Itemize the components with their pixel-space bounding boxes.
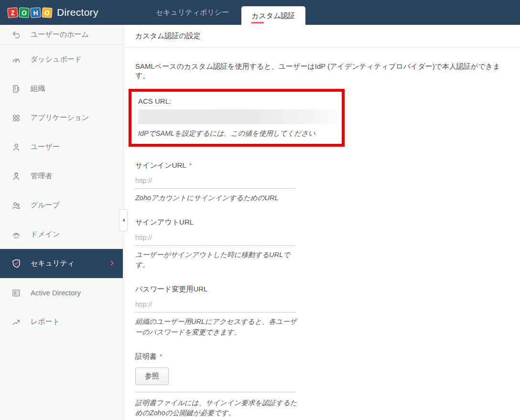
chevron-right-icon bbox=[109, 259, 115, 268]
signout-url-input[interactable] bbox=[135, 232, 295, 246]
password-change-url-field: パスワード変更用URL 組織のユーザー用URLにアクセスすると、各ユーザーのパス… bbox=[135, 285, 506, 338]
logo-tile-z: Z bbox=[7, 7, 18, 18]
acs-url-helper: IdPでSAMLを設定するには、この値を使用してください bbox=[138, 129, 335, 139]
signout-url-label-text: サインアウトURL bbox=[135, 218, 194, 226]
sidebar-item-active-directory[interactable]: Active Directory bbox=[0, 278, 123, 307]
sidebar-item-reports[interactable]: レポート bbox=[0, 307, 123, 336]
acs-url-value-redacted bbox=[138, 109, 339, 124]
report-chart-icon bbox=[11, 317, 22, 327]
collapse-left-arrow-icon bbox=[122, 218, 125, 222]
sidebar-item-organization[interactable]: 組織 bbox=[0, 74, 123, 103]
admin-user-icon bbox=[11, 171, 22, 182]
user-icon bbox=[11, 142, 22, 152]
main-content: カスタム認証の設定 SAMLベースのカスタム認証を使用すると、ユーザーはIdP … bbox=[123, 25, 520, 420]
sidebar-item-user-home[interactable]: ユーザーのホーム bbox=[0, 25, 123, 45]
sidebar-item-label: 管理者 bbox=[31, 172, 52, 181]
organization-building-icon bbox=[11, 84, 22, 94]
id-card-icon bbox=[11, 288, 22, 298]
applications-grid-icon bbox=[11, 113, 22, 123]
custom-auth-form: SAMLベースのカスタム認証を使用すると、ユーザーはIdP (アイデンティティプ… bbox=[123, 48, 520, 420]
sidebar-item-label: 組織 bbox=[31, 84, 45, 93]
intro-text: SAMLベースのカスタム認証を使用すると、ユーザーはIdP (アイデンティティプ… bbox=[135, 62, 506, 80]
certificate-helper: 証明書ファイルには、サインイン要求を認証するためのZohoの公開鍵が必要です。 bbox=[135, 398, 303, 419]
domain-www-icon: www bbox=[11, 229, 22, 240]
tab-custom-auth[interactable]: カスタム認証 bbox=[241, 6, 305, 25]
sidebar-item-domains[interactable]: www ドメイン bbox=[0, 220, 123, 249]
certificate-label: 証明書* bbox=[135, 352, 506, 361]
sidebar-item-label: レポート bbox=[31, 317, 60, 326]
sidebar-item-label: ドメイン bbox=[31, 230, 60, 239]
acs-url-label: ACS URL: bbox=[138, 97, 335, 105]
signin-url-input[interactable] bbox=[135, 175, 295, 189]
security-shield-icon bbox=[11, 258, 22, 269]
app-shell: ユーザーのホーム ダッシュボード 組織 アプリケーション bbox=[0, 25, 520, 420]
app-header: Z O H O Directory セキュリティポリシー カスタム認証 bbox=[0, 0, 520, 25]
product-name: Directory bbox=[57, 7, 98, 18]
required-asterisk: * bbox=[189, 162, 192, 169]
sidebar-item-label: アプリケーション bbox=[31, 113, 89, 122]
sidebar-item-dashboard[interactable]: ダッシュボード bbox=[0, 45, 123, 74]
browse-button[interactable]: 参照 bbox=[135, 367, 169, 385]
zoho-logo-tiles: Z O H O bbox=[8, 8, 52, 18]
sidebar-item-admins[interactable]: 管理者 bbox=[0, 162, 123, 191]
zoho-directory-logo[interactable]: Z O H O Directory bbox=[0, 7, 98, 18]
signout-url-label: サインアウトURL bbox=[135, 218, 506, 227]
group-users-icon bbox=[11, 200, 22, 211]
signout-url-field: サインアウトURL ユーザーがサインアウトした時に移動するURLです。 bbox=[135, 218, 506, 271]
content-header: カスタム認証の設定 bbox=[123, 25, 520, 48]
dashboard-gauge-icon bbox=[11, 54, 22, 65]
signout-url-helper: ユーザーがサインアウトした時に移動するURLです。 bbox=[135, 250, 303, 271]
sidebar-item-users[interactable]: ユーザー bbox=[0, 132, 123, 162]
sidebar-collapse-handle[interactable] bbox=[119, 209, 128, 231]
sidebar-item-groups[interactable]: グループ bbox=[0, 191, 123, 220]
svg-text:www: www bbox=[13, 236, 19, 238]
password-change-url-label-text: パスワード変更用URL bbox=[135, 285, 207, 293]
sidebar-item-label: ユーザー bbox=[31, 142, 60, 151]
header-tabs: セキュリティポリシー カスタム認証 bbox=[143, 0, 305, 25]
signin-url-label-text: サインインURL bbox=[135, 161, 186, 169]
zoho-directory-app: Z O H O Directory セキュリティポリシー カスタム認証 ユーザー… bbox=[0, 0, 520, 420]
sidebar: ユーザーのホーム ダッシュボード 組織 アプリケーション bbox=[0, 25, 123, 420]
acs-url-section-highlight-box: ACS URL: IdPでSAMLを設定するには、この値を使用してください bbox=[129, 89, 345, 147]
logo-tile-h: H bbox=[30, 7, 41, 18]
sidebar-item-label: セキュリティ bbox=[31, 259, 75, 268]
required-asterisk: * bbox=[160, 353, 162, 360]
certificate-underline bbox=[135, 392, 295, 392]
sidebar-item-label: Active Directory bbox=[31, 289, 81, 297]
logo-tile-o1: O bbox=[19, 7, 29, 18]
back-arrow-icon bbox=[11, 30, 22, 40]
signin-url-label: サインインURL* bbox=[135, 161, 506, 170]
sidebar-item-label: グループ bbox=[31, 201, 60, 210]
sidebar-item-label: ダッシュボード bbox=[31, 55, 82, 64]
signin-url-field: サインインURL* ZohoアカウントにサインインするためのURL bbox=[135, 161, 506, 204]
active-tab-underline bbox=[251, 22, 264, 23]
logo-tile-o2: O bbox=[42, 7, 52, 18]
tab-security-policy[interactable]: セキュリティポリシー bbox=[143, 0, 241, 25]
page-title: カスタム認証の設定 bbox=[135, 32, 201, 41]
sidebar-item-security[interactable]: セキュリティ bbox=[0, 249, 123, 278]
sidebar-item-applications[interactable]: アプリケーション bbox=[0, 103, 123, 132]
sidebar-item-label: ユーザーのホーム bbox=[31, 30, 89, 39]
certificate-label-text: 証明書 bbox=[135, 352, 157, 360]
certificate-field: 証明書* 参照 証明書ファイルには、サインイン要求を認証するためのZohoの公開… bbox=[135, 352, 506, 419]
tab-custom-auth-label: カスタム認証 bbox=[251, 11, 295, 20]
signin-url-helper: ZohoアカウントにサインインするためのURL bbox=[135, 193, 303, 204]
password-change-url-helper: 組織のユーザー用URLにアクセスすると、各ユーザーのパスワードを変更できます。 bbox=[135, 317, 303, 338]
password-change-url-label: パスワード変更用URL bbox=[135, 285, 506, 294]
password-change-url-input[interactable] bbox=[135, 299, 295, 312]
